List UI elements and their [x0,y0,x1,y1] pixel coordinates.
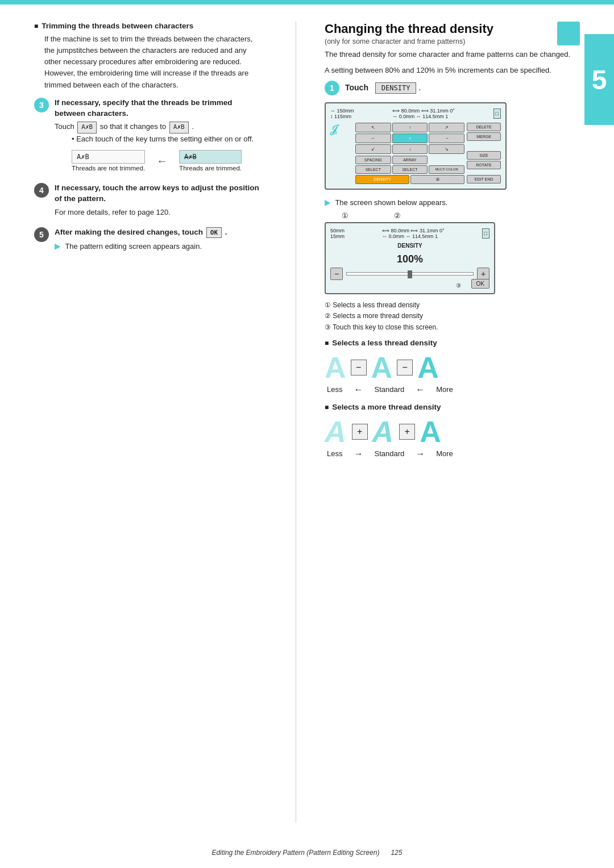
density-screen-top: 50mm15mm ⟺ 80.0mm ⟺ 31.1mm 0°↔ 0.0mm ↔ 1… [330,228,489,239]
appears-text: The screen shown below appears. [335,198,447,207]
plus-sign-1: + [352,424,368,440]
btn-downright[interactable]: ↘ [429,144,464,154]
density-row-btns: DENSITY ⊞ [355,175,464,184]
step-3-title: If necessary, specify that the threads b… [55,98,262,119]
arrow-keys-grid: ↖ ↑ ↗ ← + → ↙ ↓ ↘ [355,123,464,154]
letter-a-more-2: A [372,417,395,446]
btn-downleft[interactable]: ↙ [355,144,391,154]
right-step-1: 1 Touch DENSITY . [325,81,580,95]
btn-merge[interactable]: MERGE [467,132,501,141]
step-4-circle: 4 [34,183,49,198]
circle-label-2: ② [394,211,401,220]
step-3-bullet: Each touch of the key turns the setting … [72,133,262,145]
screen-appears-note: ▶ The screen shown below appears. [325,198,580,207]
footer-text: Editing the Embroidery Pattern (Pattern … [212,849,380,857]
right-heading-area: Changing the thread density (only for so… [325,22,580,45]
screen-left-area: 𝒥 [330,123,353,184]
btn-spacing[interactable]: SPACING [355,156,391,164]
density-label: DENSITY [330,243,489,249]
thread-trim-demo: A✗B Threads are not trimmed. ← A✗B Threa… [72,150,262,172]
btn-center[interactable]: + [392,133,428,143]
step-5-arrow-icon: ▶ [55,241,61,251]
step-3-touch-label: Touch [55,122,74,131]
step-4-content: If necessary, touch the arrow keys to ad… [55,183,262,218]
step1-dot: . [418,83,421,92]
no-trim-demo: A✗B Threads are not trimmed. [72,150,145,172]
step-5-content: After making the desired changes, touch … [55,227,262,252]
less-density-heading: Selects a less thread density [325,339,580,347]
right-title-block: Changing the thread density (only for so… [325,22,551,45]
less-density-row: A − A − A [325,353,580,382]
btn-upright[interactable]: ↗ [429,123,464,132]
btn-down[interactable]: ↓ [392,144,428,154]
btn-right[interactable]: → [429,133,464,143]
top-cyan-bar [0,0,614,5]
step-3-arrow-text: so that it changes to [100,122,166,131]
chapter-number: 5 [592,64,607,95]
step-5-title: After making the desired changes, touch … [55,227,262,238]
touch-label: Touch [345,83,368,92]
btn-array[interactable]: ARRAY [392,156,428,164]
spacer2 [467,170,501,174]
btn-delete[interactable]: DELETE [467,123,501,131]
circle-labels-row: ① ② [342,211,580,220]
step-3: 3 If necessary, specify that the threads… [34,98,262,174]
density-measures: ⟺ 80.0mm ⟺ 31.1mm 0°↔ 0.0mm ↔ 114.5mm 1 [382,228,445,239]
btn-edit-end[interactable]: EDIT END [467,175,501,183]
btn-upleft[interactable]: ↖ [355,123,391,132]
step-5-trailing: . [225,228,227,236]
more-label-1: Less [327,449,342,458]
left-column: Trimming the threads between characters … [34,22,273,823]
btn-up[interactable]: ↑ [392,123,428,132]
more-arrow-1: → [354,449,363,459]
step-5-note-text: The pattern editing screen appears again… [65,242,202,251]
right-section-title: Changing the thread density [325,22,551,36]
screen-top-icon: □ [493,108,501,119]
density-slider-track[interactable] [346,272,474,276]
note-3: ③ Touch this key to close this screen. [325,322,580,333]
numbered-notes: ① Selects a less thread density ② Select… [325,300,580,333]
right-column: Changing the thread density (only for so… [319,22,580,823]
step-4-title: If necessary, touch the arrow keys to ad… [55,183,262,205]
btn-rotate[interactable]: ROTATE [467,161,501,169]
density-screen: 50mm15mm ⟺ 80.0mm ⟺ 31.1mm 0°↔ 0.0mm ↔ 1… [325,222,495,294]
step-4-body: For more details, refer to page 120. [55,207,262,218]
less-arrow-1: ← [354,385,363,395]
plus-sign-2: + [399,424,415,440]
btn-select2[interactable]: SELECT [392,165,428,174]
page-number: 125 [391,849,402,857]
spacer [467,142,501,150]
btn-size[interactable]: SIZE [467,151,501,160]
btn-pattern[interactable]: ⊞ [410,175,464,184]
page-footer: Editing the Embroidery Pattern (Pattern … [0,849,614,857]
density-plus-btn[interactable]: + [477,268,489,280]
step-5-circle: 5 [34,227,49,242]
screen-center-area: ↖ ↑ ↗ ← + → ↙ ↓ ↘ SPACING ARRAY S [355,123,464,184]
density-ok-btn[interactable]: OK [471,279,489,289]
density-slider-thumb [408,270,412,278]
density-minus-btn[interactable]: − [330,268,343,280]
letter-a-less-1: A [325,353,346,382]
letter-a-more-1: A [325,417,347,446]
density-key-button: DENSITY [375,82,417,94]
right-step-1-circle: 1 [325,81,339,95]
ok-key: OK [206,227,222,238]
btn-select1[interactable]: SELECT [355,165,391,174]
step-3-body: Touch A✗B so that it changes to A✗B . [55,121,262,133]
less-label-more: More [436,385,453,394]
btn-density[interactable]: DENSITY [355,175,409,184]
step-5-title-text: After making the desired changes, touch [55,228,203,236]
empty-cell [429,156,464,164]
step-3-trailing-dot: . [192,122,194,131]
circle-3-label: ③ [330,282,489,289]
letter-a-more-3: A [420,417,441,446]
btn-multicolor[interactable]: MULTI COLOR [429,165,464,174]
chapter-tab: 5 [584,34,614,125]
more-label-more: More [436,449,453,458]
circle-label-1: ① [342,211,349,220]
more-label-standard: Standard [374,449,404,458]
step-3-content: If necessary, specify that the threads b… [55,98,262,174]
less-label-1: Less [327,385,342,394]
main-content: Trimming the threads between characters … [0,5,614,840]
btn-left[interactable]: ← [355,133,391,143]
